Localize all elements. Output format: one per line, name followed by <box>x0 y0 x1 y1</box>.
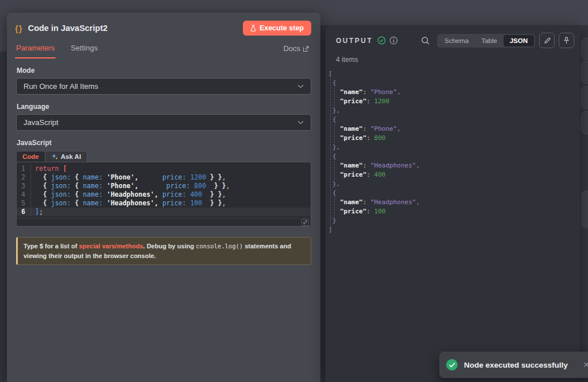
canvas-node-outline <box>581 61 588 84</box>
pencil-icon <box>544 37 551 44</box>
canvas-left-block <box>0 0 7 52</box>
output-header: OUTPUT Schema Table JSON <box>326 25 580 48</box>
toast-message: Node executed successfully <box>464 361 568 369</box>
json-line: "name": "Phone", <box>340 124 580 134</box>
code-line: 2 { json: { name: 'Phone', price: 1200 }… <box>17 173 311 182</box>
view-json[interactable]: JSON <box>504 35 534 46</box>
json-line: "name": "Phone", <box>340 88 580 97</box>
canvas-panel-edge <box>581 190 588 228</box>
sparkle-icon <box>51 153 58 160</box>
editor-tab-bar: Code Ask AI <box>16 150 311 162</box>
external-link-icon <box>303 46 309 52</box>
chevron-down-icon <box>297 84 304 88</box>
chevron-down-icon <box>297 120 304 124</box>
code-editor[interactable]: 1return [2 { json: { name: 'Phone', pric… <box>16 162 311 227</box>
canvas-node-outline <box>581 86 588 109</box>
json-line: ] <box>328 225 580 235</box>
success-check-icon <box>377 36 386 45</box>
json-line: { <box>332 152 580 161</box>
json-line: "price": 1200 <box>340 97 580 106</box>
json-line: "price": 400 <box>340 170 580 180</box>
search-icon[interactable] <box>421 36 430 45</box>
language-label: Language <box>17 103 311 111</box>
tab-parameters[interactable]: Parameters <box>16 38 55 59</box>
json-line: [ <box>328 69 580 79</box>
toast-close-icon[interactable]: ✕ <box>583 360 588 369</box>
output-view-toggle: Schema Table JSON <box>437 34 535 48</box>
node-title: Code in JavaScript2 <box>28 24 108 33</box>
output-items-count: 4 items <box>326 48 580 64</box>
output-title: OUTPUT <box>336 37 373 45</box>
edit-output-button[interactable] <box>539 33 555 48</box>
success-toast: Node executed successfully ✕ <box>439 352 588 378</box>
code-line: 1return [ <box>17 165 311 173</box>
code-editor-lines: 1return [2 { json: { name: 'Phone', pric… <box>17 162 311 218</box>
json-line: "price": 100 <box>340 207 580 216</box>
expand-editor-icon[interactable] <box>301 219 309 226</box>
code-line: 3 { json: { name: 'Phone', price: 800 } … <box>17 182 311 190</box>
parameters-panel: Mode Run Once for All Items Language Jav… <box>7 59 320 265</box>
pin-icon <box>563 37 570 44</box>
canvas-node-outline <box>581 111 588 134</box>
language-select-value: JavaScript <box>24 118 59 127</box>
code-line: 4 { json: { name: 'Headphones', price: 4… <box>17 190 311 199</box>
json-line: }, <box>332 106 580 115</box>
info-icon[interactable] <box>389 36 398 45</box>
editor-tab-code[interactable]: Code <box>16 151 45 162</box>
json-line: "name": "Headphones", <box>340 161 580 170</box>
tab-settings[interactable]: Settings <box>71 38 98 59</box>
special-vars-link[interactable]: special vars/methods <box>79 243 143 250</box>
code-line: 6]; <box>17 208 311 216</box>
json-line: "price": 800 <box>340 134 580 143</box>
node-detail-dialog: {} Code in JavaScript2 Execute step Para… <box>7 13 320 382</box>
output-panel: OUTPUT Schema Table JSON 4 items [{"name… <box>326 25 580 382</box>
dialog-header: {} Code in JavaScript2 Execute step Para… <box>7 13 320 59</box>
mode-select-value: Run Once for All Items <box>24 82 98 91</box>
flask-icon <box>250 25 256 32</box>
editor-footer <box>17 218 311 226</box>
view-table[interactable]: Table <box>475 35 504 46</box>
json-line: }, <box>332 143 580 152</box>
editor-tab-ask-ai[interactable]: Ask AI <box>45 151 87 162</box>
json-line: { <box>332 79 580 88</box>
json-line: { <box>332 115 580 124</box>
editor-hint: Type $ for a list of special vars/method… <box>16 237 311 265</box>
code-node-icon: {} <box>15 24 23 33</box>
json-line: "name": "Headphones", <box>340 198 580 207</box>
language-select[interactable]: JavaScript <box>16 114 311 131</box>
code-field-label: JavaScript <box>17 139 311 147</box>
canvas-node-outline <box>581 38 588 60</box>
dialog-tab-bar: Parameters Settings Docs <box>15 38 311 59</box>
mode-label: Mode <box>17 67 311 75</box>
code-line: 5 { json: { name: 'Headphones', price: 1… <box>17 199 311 208</box>
output-json-tree: [{"name": "Phone","price": 1200},{"name"… <box>328 69 580 235</box>
pin-output-button[interactable] <box>559 33 574 48</box>
toast-check-icon <box>446 359 458 371</box>
docs-link[interactable]: Docs <box>283 44 309 53</box>
json-line: { <box>332 189 580 198</box>
json-line: } <box>332 216 580 225</box>
mode-select[interactable]: Run Once for All Items <box>16 78 311 95</box>
execute-step-button[interactable]: Execute step <box>243 21 311 36</box>
view-schema[interactable]: Schema <box>438 35 475 46</box>
json-line: }, <box>332 180 580 189</box>
